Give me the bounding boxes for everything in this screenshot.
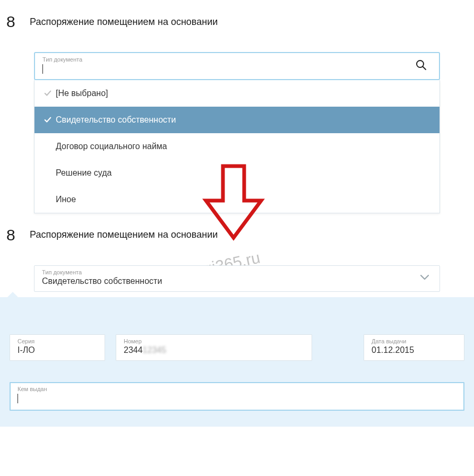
issue-date-label: Дата выдачи [372,338,456,344]
doc-type-select[interactable]: Тип документа Свидетельство собственност… [34,265,440,292]
dropdown-item-label: Свидетельство собственности [56,115,176,125]
select-label: Тип документа [42,269,418,275]
issued-by-value [18,393,456,403]
dropdown-item-court[interactable]: Решение суда [35,160,439,186]
step-title: Распоряжение помещением на основании [30,16,218,28]
chevron-down-icon [418,274,431,281]
series-field[interactable]: Серия I-ЛО [10,334,105,361]
form-area-top: Тип документа [Не выбрано] [0,52,474,213]
issue-date-value: 01.12.2015 [372,345,456,355]
issued-by-field[interactable]: Кем выдан [10,382,464,411]
issue-date-field[interactable]: Дата выдачи 01.12.2015 [364,334,464,361]
dropdown-item-ownership[interactable]: Свидетельство собственности [35,107,439,133]
step-header: 8 Распоряжение помещением на основании [0,213,474,250]
doc-type-combobox[interactable]: Тип документа [34,52,440,80]
dropdown-item-other[interactable]: Иное [35,186,439,213]
combobox-label: Тип документа [42,56,410,63]
search-icon[interactable] [410,58,432,71]
dropdown-item-none[interactable]: [Не выбрано] [35,80,439,107]
form-area-bottom: Тип документа Свидетельство собственност… [0,265,474,292]
doc-type-dropdown: [Не выбрано] Свидетельство собственности… [34,80,440,213]
check-icon [44,90,56,97]
dropdown-item-social-rent[interactable]: Договор социального найма [35,133,439,160]
series-label: Серия [18,338,97,344]
section-disposal-top: 8 Распоряжение помещением на основании Т… [0,0,474,213]
select-value: Свидетельство собственности [42,276,418,286]
check-icon [44,116,56,124]
step-number: 8 [6,226,30,244]
dropdown-item-label: Иное [44,195,76,204]
dropdown-item-label: [Не выбрано] [56,89,108,98]
number-field[interactable]: Номер 234412345 [116,334,312,361]
series-value: I-ЛО [18,345,97,355]
issued-by-label: Кем выдан [18,386,456,392]
section-disposal-bottom: 8 Распоряжение помещением на основании Т… [0,213,474,427]
dropdown-item-label: Решение суда [44,168,111,178]
step-header: 8 Распоряжение помещением на основании [0,0,474,37]
number-label: Номер [124,338,304,344]
dropdown-item-label: Договор социального найма [44,142,167,151]
number-value: 234412345 [124,345,304,355]
svg-line-1 [423,67,426,70]
step-number: 8 [6,13,30,31]
combobox-input[interactable] [42,64,410,74]
step-title: Распоряжение помещением на основании [30,229,218,240]
document-details-panel: Серия I-ЛО Номер 234412345 Дата выдачи 0… [0,297,474,427]
